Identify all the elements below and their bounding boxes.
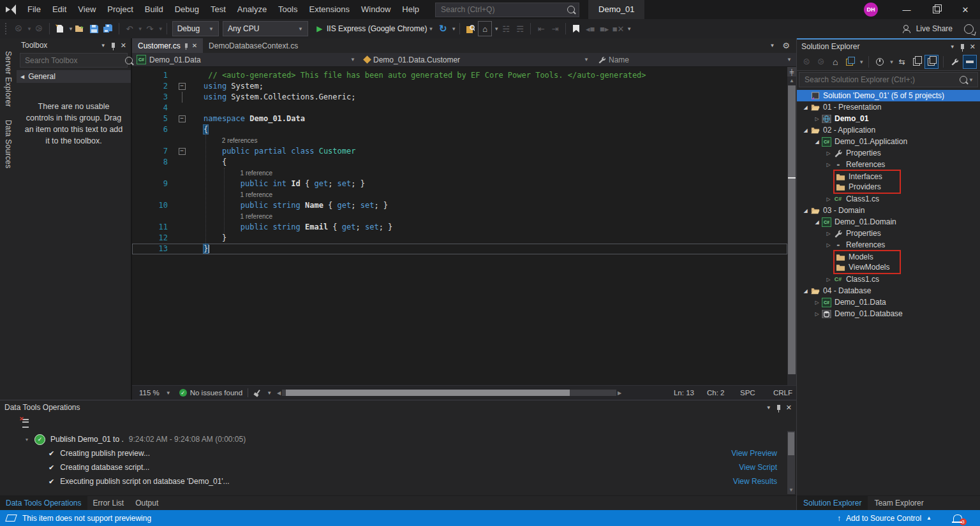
menu-tools[interactable]: Tools bbox=[272, 0, 303, 19]
collapse-region-icon[interactable]: − bbox=[179, 148, 186, 155]
pin-icon[interactable] bbox=[961, 44, 964, 49]
comment-icon[interactable]: ☵ bbox=[500, 22, 512, 36]
pin-icon[interactable] bbox=[112, 43, 115, 48]
switch-views-icon[interactable] bbox=[843, 55, 857, 68]
collapse-region-icon[interactable]: − bbox=[179, 115, 186, 122]
tree-item-04-database[interactable]: ◢04 - Database bbox=[797, 285, 980, 296]
next-bookmark-icon[interactable]: ■▸ bbox=[598, 22, 611, 36]
outdent-icon[interactable]: ⇤ bbox=[535, 22, 547, 36]
code-line-8[interactable]: 8 { bbox=[132, 157, 787, 168]
collapsed-arrow-icon[interactable]: ▷ bbox=[824, 231, 833, 237]
collapsed-arrow-icon[interactable]: ▷ bbox=[824, 277, 833, 282]
fold-margin[interactable]: − bbox=[175, 146, 188, 157]
tree-item-references[interactable]: ▷▪▪References bbox=[797, 239, 980, 251]
code-line-10[interactable]: 10 public string Name { get; set; } bbox=[132, 200, 787, 211]
side-tab-server-explorer[interactable]: Server Explorer bbox=[4, 45, 13, 113]
space-mode-indicator[interactable]: SPC bbox=[740, 389, 773, 397]
codelens-link[interactable]: 1 reference bbox=[241, 211, 273, 222]
platform-dropdown[interactable]: Any CPU▼ bbox=[223, 21, 308, 36]
code-line-2[interactable]: 2−using System; bbox=[132, 81, 787, 92]
tree-item-providers[interactable]: Providers bbox=[797, 182, 980, 193]
clear-completed-operations-icon[interactable]: ✕ bbox=[20, 418, 29, 426]
link-view-preview[interactable]: View Preview bbox=[731, 449, 777, 458]
global-search-input[interactable] bbox=[440, 4, 567, 15]
tree-item-references[interactable]: ▷▪▪References bbox=[797, 159, 980, 170]
collapsed-arrow-icon[interactable]: ▷ bbox=[812, 300, 822, 305]
project-dropdown[interactable]: C# Demo_01.Data ▼ bbox=[132, 53, 360, 66]
close-icon[interactable]: ✕ bbox=[786, 404, 792, 412]
eol-indicator[interactable]: CRLF bbox=[773, 389, 792, 397]
fold-margin[interactable]: − bbox=[175, 81, 188, 92]
pin-icon[interactable] bbox=[777, 405, 780, 410]
menu-window[interactable]: Window bbox=[355, 0, 396, 19]
debug-configuration-dropdown[interactable]: Debug▼ bbox=[172, 21, 219, 36]
collapsed-arrow-icon[interactable]: ▷ bbox=[824, 196, 833, 202]
notifications-bell-icon[interactable]: 3 bbox=[953, 515, 962, 522]
pending-changes-filter-icon[interactable] bbox=[873, 55, 887, 68]
toolbox-search-input[interactable] bbox=[24, 55, 125, 66]
scrollbar-thumb[interactable] bbox=[788, 85, 796, 374]
menu-file[interactable]: File bbox=[22, 0, 47, 19]
navigate-home-icon[interactable]: ⌂ bbox=[478, 21, 492, 36]
scrollbar-thumb[interactable] bbox=[286, 390, 570, 396]
scroll-left-icon[interactable]: ◀ bbox=[277, 390, 281, 396]
solution-explorer-search-input[interactable] bbox=[803, 75, 960, 85]
show-all-files-icon[interactable] bbox=[963, 55, 977, 69]
hot-reload-icon[interactable]: ↻ bbox=[436, 22, 449, 36]
scroll-up-icon[interactable]: ▲ bbox=[787, 77, 796, 84]
code-line-1[interactable]: 1 // <auto-generated> This file has been… bbox=[132, 70, 787, 81]
redo-icon[interactable]: ↷ bbox=[144, 22, 156, 36]
close-icon[interactable]: ✕ bbox=[121, 41, 126, 50]
menu-extensions[interactable]: Extensions bbox=[303, 0, 355, 19]
tree-item-class1-cs[interactable]: ▷C#Class1.cs bbox=[797, 274, 980, 285]
editor-options-gear-icon[interactable]: ⚙ bbox=[782, 41, 790, 50]
code-line-11[interactable]: 11 public string Email { get; set; } bbox=[132, 222, 787, 233]
toolbox-section-general[interactable]: ◀ General bbox=[17, 70, 131, 83]
editor-horizontal-scrollbar[interactable]: ◀ ▶ bbox=[277, 390, 621, 396]
expanded-arrow-icon[interactable]: ◢ bbox=[812, 219, 822, 225]
code-line-7[interactable]: 7− public partial class Customer bbox=[132, 146, 787, 157]
tree-item-03-domain[interactable]: ◢03 - Domain bbox=[797, 205, 980, 216]
start-debugging-button[interactable]: ▶ IIS Express (Google Chrome)▼ bbox=[313, 22, 433, 36]
collapsed-arrow-icon[interactable]: ▷ bbox=[824, 242, 833, 248]
collapse-arrow-icon[interactable]: ▾ bbox=[26, 437, 34, 442]
collapsed-arrow-icon[interactable]: ▷ bbox=[812, 311, 822, 317]
menu-build[interactable]: Build bbox=[139, 0, 169, 19]
tree-item-02-application[interactable]: ◢02 - Application bbox=[797, 124, 980, 136]
window-position-icon[interactable]: ▼ bbox=[766, 405, 771, 411]
scroll-right-icon[interactable]: ▶ bbox=[618, 390, 621, 396]
code-line-6[interactable]: 6{ bbox=[132, 124, 787, 135]
tree-item-interfaces[interactable]: Interfaces bbox=[797, 170, 980, 182]
chevron-down-icon[interactable]: ▼ bbox=[969, 77, 974, 83]
document-health-indicator[interactable]: ✓ No issues found bbox=[179, 389, 242, 397]
panel-vertical-scrollbar[interactable]: ▼ bbox=[787, 431, 795, 494]
navigate-forward-icon[interactable]: ⧁ bbox=[815, 55, 828, 68]
collapse-all-icon[interactable] bbox=[910, 55, 923, 68]
tree-item-solution-demo-01-5-of-5-projects[interactable]: Solution 'Demo_01' (5 of 5 projects) bbox=[797, 90, 980, 101]
tree-item-demo-01-domain[interactable]: ◢C#Demo_01.Domain bbox=[797, 216, 980, 228]
account-avatar[interactable]: DH bbox=[864, 3, 878, 17]
menu-project[interactable]: Project bbox=[101, 0, 138, 19]
tree-item-demo-01[interactable]: ▷Demo_01 bbox=[797, 113, 980, 124]
tree-item-demo-01-application[interactable]: ◢C#Demo_01.Application bbox=[797, 136, 980, 147]
close-button[interactable]: ✕ bbox=[951, 0, 980, 19]
navigate-forward-icon[interactable]: ⧁ bbox=[33, 22, 45, 36]
fold-margin[interactable]: − bbox=[175, 113, 188, 124]
expanded-arrow-icon[interactable]: ◢ bbox=[801, 208, 810, 214]
tree-item-viewmodels[interactable]: ViewModels bbox=[797, 262, 980, 274]
collapsed-arrow-icon[interactable]: ▷ bbox=[824, 162, 833, 168]
zoom-level-dropdown[interactable]: 115 %▼ bbox=[136, 389, 174, 397]
menu-analyze[interactable]: Analyze bbox=[232, 0, 272, 19]
previous-bookmark-icon[interactable]: ◂■ bbox=[584, 22, 597, 36]
menu-test[interactable]: Test bbox=[205, 0, 232, 19]
tab-data-tools-operations[interactable]: Data Tools Operations bbox=[0, 496, 87, 510]
expanded-arrow-icon[interactable]: ◢ bbox=[812, 139, 822, 145]
feedback-icon[interactable] bbox=[964, 24, 974, 34]
restore-button[interactable] bbox=[921, 0, 951, 19]
code-line-4[interactable]: 4 bbox=[132, 103, 787, 113]
menu-view[interactable]: View bbox=[72, 0, 101, 19]
tree-item-models[interactable]: Models bbox=[797, 251, 980, 262]
code-cleanup-icon[interactable] bbox=[253, 390, 260, 397]
tab-list-chevron-icon[interactable]: ▼ bbox=[769, 43, 775, 48]
window-position-icon[interactable]: ▼ bbox=[101, 43, 106, 48]
